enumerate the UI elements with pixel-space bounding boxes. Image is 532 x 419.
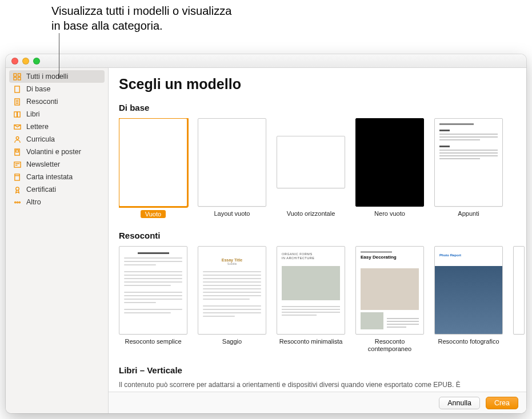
annotation-leader-line <box>59 33 59 79</box>
thumb-organic-l1: ORGANIC FORMS <box>282 252 314 256</box>
svg-rect-12 <box>15 150 18 152</box>
page-title: Scegli un modello <box>119 76 526 92</box>
template-chooser-window: Tutti i modelli Di base Resoconti Libri <box>6 54 526 413</box>
ribbon-icon <box>13 186 22 194</box>
template-thumb: Easy Decorating <box>355 246 424 335</box>
template-grid-area: Scegli un modello Di base Vuoto Layout v… <box>109 68 526 413</box>
category-sidebar: Tutti i modelli Di base Resoconti Libri <box>6 68 109 413</box>
template-label: Nero vuoto <box>374 210 405 217</box>
section-reports: Resoconti <box>119 231 526 353</box>
grid-icon <box>13 72 22 80</box>
template-blank-layout[interactable]: Layout vuoto <box>198 118 266 218</box>
template-thumb: Essay Title Subtitle <box>198 246 266 335</box>
annotation-line2: in base alla categoria. <box>51 18 231 33</box>
window-titlebar <box>6 54 526 68</box>
section-title: Libri – Verticale <box>119 365 526 375</box>
thumb-essay-sub: Subtitle <box>203 262 261 265</box>
template-thumb <box>355 118 424 207</box>
template-minimalist-report[interactable]: ORGANIC FORMS IN ARCHITECTURE Resoconto … <box>277 246 345 353</box>
thumb-easy-title: Easy Decorating <box>361 255 419 260</box>
section-basic: Di base Vuoto Layout vuoto Vuoto o <box>119 103 526 218</box>
thumb-title <box>138 252 169 254</box>
template-blank-landscape[interactable]: Vuoto orizzontale <box>277 118 345 218</box>
sidebar-item-newsletters[interactable]: Newsletter <box>6 158 108 171</box>
svg-rect-3 <box>18 77 21 80</box>
template-row: Resoconto semplice Essay Title Subtitle <box>119 246 526 353</box>
svg-rect-1 <box>18 73 21 76</box>
template-blank-black[interactable]: Nero vuoto <box>355 118 424 218</box>
template-thumb: Photo Report <box>434 246 503 335</box>
template-scroll[interactable]: Scegli un modello Di base Vuoto Layout v… <box>109 68 526 392</box>
sidebar-item-label: Lettere <box>26 123 49 131</box>
sidebar-item-books[interactable]: Libri <box>6 108 108 120</box>
sidebar-item-resumes[interactable]: Curricula <box>6 133 108 146</box>
template-thumb <box>513 246 525 335</box>
template-row: Vuoto Layout vuoto Vuoto orizzontale <box>119 118 526 218</box>
svg-point-20 <box>17 202 18 203</box>
template-thumb: ORGANIC FORMS IN ARCHITECTURE <box>277 246 345 335</box>
template-thumb <box>277 136 345 188</box>
template-label: Appunti <box>458 210 479 217</box>
svg-point-19 <box>14 202 15 203</box>
template-label: Layout vuoto <box>214 210 250 217</box>
cancel-button[interactable]: Annulla <box>439 397 480 409</box>
sidebar-item-label: Libri <box>26 110 40 118</box>
sidebar-item-label: Certificati <box>26 186 56 194</box>
dialog-footer: Annulla Crea <box>109 392 526 413</box>
template-essay[interactable]: Essay Title Subtitle Saggio <box>198 246 266 353</box>
template-label-badge: Vuoto <box>141 210 166 218</box>
sidebar-item-reports[interactable]: Resoconti <box>6 95 108 108</box>
svg-point-10 <box>16 136 19 139</box>
report-icon <box>13 98 22 106</box>
thumb-essay-title: Essay Title <box>203 258 261 262</box>
sidebar-item-label: Carta intestata <box>26 173 73 181</box>
svg-rect-16 <box>14 174 19 180</box>
sidebar-item-letters[interactable]: Lettere <box>6 120 108 133</box>
template-notes[interactable]: Appunti <box>434 118 503 218</box>
sidebar-item-label: Newsletter <box>26 160 60 168</box>
sidebar-item-label: Curricula <box>26 135 55 143</box>
sidebar-item-label: Di base <box>26 85 50 93</box>
thumb-organic-l2: IN ARCHITECTURE <box>282 256 314 260</box>
sidebar-item-label: Volantini e poster <box>26 148 81 156</box>
thumb-photo-title: Photo Report <box>439 253 461 257</box>
sidebar-item-label: Altro <box>26 198 41 206</box>
template-label: Vuoto orizzontale <box>287 210 335 217</box>
template-label: Resoconto minimalista <box>279 338 343 345</box>
sidebar-item-other[interactable]: Altro <box>6 196 108 208</box>
template-overflow[interactable] <box>513 246 525 353</box>
template-label: Resoconto contemporaneo <box>355 338 424 353</box>
svg-point-21 <box>19 202 20 203</box>
window-close-button[interactable] <box>11 58 18 65</box>
template-photo-report[interactable]: Photo Report Resoconto fotografico <box>434 246 503 353</box>
person-icon <box>13 135 22 143</box>
letterhead-icon <box>13 173 22 181</box>
sidebar-item-stationery[interactable]: Carta intestata <box>6 171 108 183</box>
template-thumb <box>198 118 266 207</box>
section-books-portrait: Libri – Verticale Il contenuto può scorr… <box>119 365 526 389</box>
annotation-callout: Visualizza tutti i modelli o visualizza … <box>51 3 231 33</box>
newsletter-icon <box>13 160 22 168</box>
svg-rect-13 <box>14 162 20 167</box>
sidebar-item-flyers[interactable]: Volantini e poster <box>6 146 108 158</box>
template-blank[interactable]: Vuoto <box>119 118 187 218</box>
section-title: Resoconti <box>119 231 526 240</box>
template-thumb <box>119 118 187 207</box>
svg-rect-4 <box>14 86 19 92</box>
template-contemporary-report[interactable]: Easy Decorating Resoconto contemporaneo <box>355 246 424 353</box>
window-minimize-button[interactable] <box>22 58 29 65</box>
ellipsis-icon <box>13 198 22 206</box>
template-simple-report[interactable]: Resoconto semplice <box>119 246 187 353</box>
sidebar-item-all-templates[interactable]: Tutti i modelli <box>9 70 105 83</box>
page-icon <box>13 85 22 93</box>
section-title: Di base <box>119 103 526 112</box>
sidebar-item-basic[interactable]: Di base <box>6 83 108 95</box>
annotation-line1: Visualizza tutti i modelli o visualizza <box>51 3 231 18</box>
template-label: Resoconto semplice <box>125 338 181 345</box>
template-label: Resoconto fotografico <box>438 338 499 345</box>
svg-point-18 <box>15 187 19 190</box>
sidebar-item-certificates[interactable]: Certificati <box>6 183 108 196</box>
create-button[interactable]: Crea <box>486 397 518 409</box>
window-zoom-button[interactable] <box>33 58 40 65</box>
sidebar-item-label: Resoconti <box>26 98 58 106</box>
